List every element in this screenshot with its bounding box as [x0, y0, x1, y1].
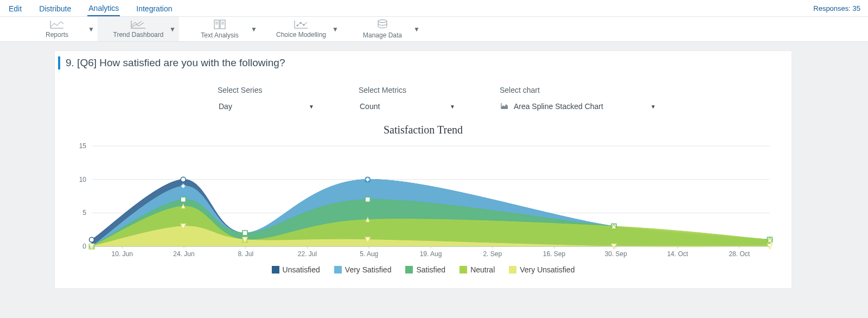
caret-down-icon: ▼	[450, 104, 455, 110]
line-chart-icon	[50, 20, 64, 30]
svg-text:10. Jun: 10. Jun	[112, 250, 133, 258]
choice-model-icon	[294, 20, 308, 30]
question-card: 9. [Q6] How satisfied are you with the f…	[54, 50, 792, 289]
select-chart-label: Select chart	[500, 86, 657, 94]
svg-text:30. Sep: 30. Sep	[605, 250, 628, 258]
nav-edit[interactable]: Edit	[8, 1, 23, 16]
caret-down-icon: ▼	[332, 26, 339, 33]
caret-down-icon: ▼	[413, 26, 420, 33]
legend-very-satisfied[interactable]: Very Satisfied	[334, 265, 392, 274]
nav-distribute[interactable]: Distribute	[38, 1, 72, 16]
svg-rect-1	[220, 20, 225, 29]
svg-text:8. Jul: 8. Jul	[238, 250, 253, 258]
toolbar-label: Manage Data	[363, 31, 402, 39]
toolbar-text-analysis[interactable]: Text Analysis ▼	[179, 17, 260, 41]
toolbar-label: Reports	[46, 31, 68, 39]
svg-rect-49	[365, 197, 370, 202]
caret-down-icon: ▼	[169, 26, 176, 33]
chart-title: Satisfaction Trend	[65, 124, 782, 136]
question-header: 9. [Q6] How satisfied are you with the f…	[55, 51, 792, 75]
responses-count: Responses: 35	[813, 4, 860, 12]
svg-text:5. Aug: 5. Aug	[360, 250, 378, 258]
toolbar-choice-modelling[interactable]: Choice Modelling ▼	[260, 17, 342, 41]
caret-down-icon: ▼	[88, 26, 94, 33]
legend-satisfied[interactable]: Satisfied	[405, 265, 445, 274]
toolbar-label: Choice Modelling	[276, 31, 326, 39]
toolbar-label: Trend Dashboard	[113, 31, 164, 39]
select-metrics-value: Count	[360, 102, 380, 111]
svg-rect-47	[181, 197, 186, 202]
svg-text:22. Jul: 22. Jul	[298, 250, 317, 258]
nav-integration[interactable]: Integration	[135, 1, 173, 16]
satisfaction-trend-chart: 05101510. Jun24. Jun8. Jul22. Jul5. Aug1…	[65, 141, 775, 260]
caret-down-icon: ▼	[650, 104, 656, 110]
chart-controls: Select Series Day ▼ Select Metrics Count…	[55, 75, 792, 118]
svg-rect-0	[214, 20, 219, 29]
svg-point-9	[378, 20, 387, 22]
select-metrics-label: Select Metrics	[359, 86, 456, 94]
svg-point-40	[90, 237, 94, 242]
nav-analytics[interactable]: Analytics	[87, 1, 120, 16]
svg-text:16. Sep: 16. Sep	[543, 250, 566, 258]
select-chart-value: Area Spline Stacked Chart	[514, 102, 603, 111]
select-series[interactable]: Day ▼	[218, 100, 315, 113]
caret-down-icon: ▼	[309, 104, 314, 110]
area-chart-icon	[501, 102, 510, 111]
text-analysis-icon	[214, 20, 226, 31]
legend-unsatisfied[interactable]: Unsatisfied	[272, 265, 320, 274]
select-metrics[interactable]: Count ▼	[359, 100, 456, 113]
question-title: 9. [Q6] How satisfied are you with the f…	[66, 57, 285, 69]
toolbar-trend-dashboard[interactable]: Trend Dashboard ▼	[98, 17, 179, 41]
toolbar-label: Text Analysis	[201, 31, 238, 39]
svg-text:14. Oct: 14. Oct	[667, 250, 688, 258]
legend-neutral[interactable]: Neutral	[459, 265, 495, 274]
svg-text:2. Sep: 2. Sep	[483, 250, 502, 258]
svg-text:24. Jun: 24. Jun	[173, 250, 194, 258]
svg-rect-48	[242, 231, 247, 236]
toolbar: Reports ▼ Trend Dashboard ▼ Text Analysi…	[0, 17, 868, 42]
svg-text:15: 15	[79, 142, 87, 150]
svg-text:0: 0	[82, 243, 86, 250]
svg-text:5: 5	[82, 209, 86, 217]
svg-text:19. Aug: 19. Aug	[420, 250, 442, 258]
accent-bar	[58, 56, 60, 69]
svg-text:28. Oct: 28. Oct	[729, 250, 750, 258]
trend-icon	[131, 20, 146, 30]
svg-point-41	[181, 177, 186, 182]
select-series-label: Select Series	[218, 86, 315, 94]
top-nav: Edit Distribute Analytics Integration Re…	[0, 0, 868, 17]
toolbar-reports[interactable]: Reports ▼	[16, 17, 98, 41]
chart-legend: Unsatisfied Very Satisfied Satisfied Neu…	[65, 262, 782, 278]
select-chart[interactable]: Area Spline Stacked Chart ▼	[500, 100, 657, 113]
svg-text:10: 10	[79, 176, 87, 183]
database-icon	[377, 20, 388, 31]
caret-down-icon: ▼	[251, 26, 257, 33]
select-series-value: Day	[219, 102, 232, 111]
toolbar-manage-data[interactable]: Manage Data ▼	[342, 17, 423, 41]
legend-very-unsatisfied[interactable]: Very Unsatisfied	[509, 265, 575, 274]
